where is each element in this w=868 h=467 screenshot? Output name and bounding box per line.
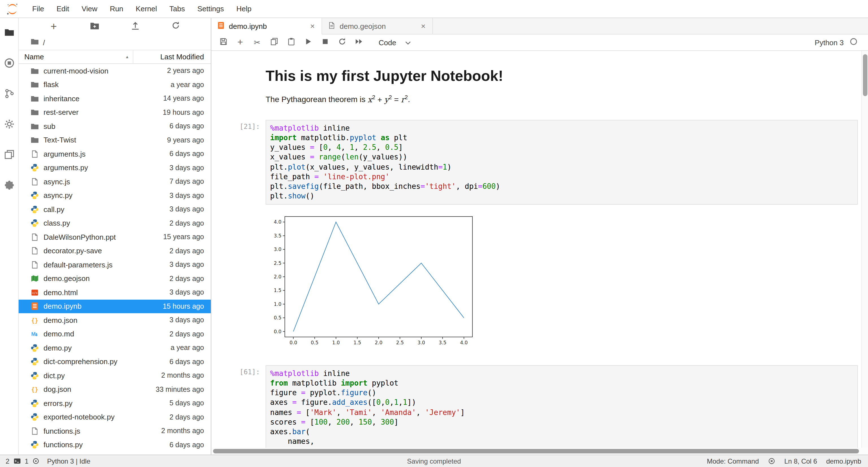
notebook-icon [31, 302, 39, 311]
file-row[interactable]: functions.js2 months ago [19, 424, 211, 438]
fast-forward-icon [354, 37, 363, 48]
menu-kernel[interactable]: Kernel [129, 0, 163, 18]
cell-editor[interactable]: %matplotlib inlinefrom matplotlib import… [266, 365, 858, 455]
vertical-scrollbar-thumb[interactable] [863, 54, 867, 96]
run-icon [304, 37, 312, 48]
svg-text:4.0: 4.0 [274, 219, 281, 225]
file-name: rest-server [43, 108, 163, 117]
file-row[interactable]: Text-Twist9 years ago [19, 133, 211, 147]
file-row[interactable]: rest-server19 hours ago [19, 106, 211, 119]
menu-edit[interactable]: Edit [50, 0, 75, 18]
file-row[interactable]: call.py3 days ago [19, 202, 211, 216]
notebook-icon [217, 21, 225, 31]
file-row[interactable]: decorator.py-save2 days ago [19, 244, 211, 258]
plus-icon: + [51, 20, 57, 33]
restart-run-all-button[interactable] [350, 35, 367, 50]
menu-bar: File Edit View Run Kernel Tabs Settings … [0, 0, 868, 18]
file-row[interactable]: functions.py6 days ago [19, 438, 211, 452]
file-icon [31, 150, 39, 158]
new-launcher-button[interactable]: + [46, 19, 62, 34]
file-row[interactable]: flaska year ago [19, 78, 211, 92]
file-row[interactable]: {}demo.json3 days ago [19, 313, 211, 327]
file-row[interactable]: Mdemo.md2 days ago [19, 327, 211, 341]
kernel-name-label[interactable]: Python 3 [815, 38, 844, 47]
menu-file[interactable]: File [26, 0, 50, 18]
sidebar-tab-file-browser[interactable] [0, 18, 19, 49]
folder-icon [4, 27, 14, 40]
file-row[interactable]: async.js7 days ago [19, 175, 211, 188]
file-row[interactable]: default-parameters.js3 days ago [19, 258, 211, 272]
horizontal-scrollbar[interactable] [211, 448, 868, 455]
file-row[interactable]: class.py2 days ago [19, 216, 211, 230]
interrupt-kernel-button[interactable] [316, 35, 333, 50]
tab-demo-ipynb[interactable]: demo.ipynb × [211, 18, 322, 34]
file-row[interactable]: arguments.py3 days ago [19, 161, 211, 175]
svg-text:0.0: 0.0 [290, 340, 297, 345]
cut-cell-button[interactable]: ✂ [249, 35, 266, 50]
menu-run[interactable]: Run [104, 0, 130, 18]
line-plot-output: 0.00.51.01.52.02.53.03.54.00.00.51.01.52… [266, 213, 476, 352]
left-sidebar-strip [0, 18, 19, 455]
paste-cell-button[interactable] [283, 35, 300, 50]
file-row[interactable]: </>demo.html3 days ago [19, 286, 211, 299]
file-row[interactable]: {}dog.json33 minutes ago [19, 382, 211, 396]
file-icon [31, 177, 39, 186]
upload-icon [130, 21, 140, 32]
svg-text:3.5: 3.5 [439, 340, 446, 345]
cell-type-dropdown[interactable]: Code [375, 37, 414, 48]
file-row[interactable]: DaleWilsonPython.ppt15 years ago [19, 230, 211, 244]
file-row[interactable]: inheritance14 years ago [19, 92, 211, 106]
file-row[interactable]: arguments.js6 days ago [19, 147, 211, 161]
file-row[interactable]: demo.pya year ago [19, 341, 211, 355]
document-tab-bar: demo.ipynb × demo.geojson × [211, 18, 868, 34]
refresh-button[interactable] [168, 19, 184, 34]
svg-text:4.0: 4.0 [460, 340, 468, 345]
menu-help[interactable]: Help [230, 0, 258, 18]
folder-icon [31, 136, 39, 145]
insert-cell-button[interactable]: + [232, 35, 249, 50]
restart-kernel-button[interactable] [333, 35, 350, 50]
file-row[interactable]: demo.geojson2 days ago [19, 272, 211, 286]
file-row[interactable]: dict.py2 months ago [19, 369, 211, 382]
svg-text:M: M [31, 331, 36, 337]
file-row[interactable]: dict-comprehension.py6 days ago [19, 355, 211, 369]
close-tab-icon[interactable]: × [420, 22, 427, 31]
kernel-status-icon [849, 37, 858, 48]
sidebar-tab-extensions[interactable] [0, 171, 19, 201]
file-modified: 9 years ago [167, 136, 211, 144]
menu-settings[interactable]: Settings [191, 0, 230, 18]
scissors-icon: ✂ [254, 38, 260, 47]
menu-tabs[interactable]: Tabs [163, 0, 191, 18]
python-icon [31, 344, 39, 352]
markdown-cell[interactable]: This is my first Jupyter Notebook! The P… [216, 59, 868, 120]
tab-demo-geojson[interactable]: demo.geojson × [322, 18, 433, 34]
menu-view[interactable]: View [75, 0, 104, 18]
sidebar-tab-git[interactable] [0, 79, 19, 110]
file-row[interactable]: async.py3 days ago [19, 188, 211, 202]
save-button[interactable] [215, 35, 232, 50]
status-bar: Saving completed 2 1 Python 3 | Idle Mod… [0, 455, 868, 467]
sidebar-tab-open-tabs[interactable] [0, 140, 19, 171]
svg-text:0.0: 0.0 [274, 328, 281, 334]
cell-editor[interactable]: %matplotlib inlineimport matplotlib.pypl… [266, 120, 858, 204]
column-name[interactable]: Name ▴ [19, 50, 133, 63]
copy-cell-button[interactable] [266, 35, 283, 50]
file-row[interactable]: exported-notebook.py2 days ago [19, 410, 211, 424]
run-cell-button[interactable] [300, 35, 316, 50]
breadcrumb[interactable]: / [19, 35, 211, 50]
file-row[interactable]: game-scores.png2 days ago [19, 452, 211, 455]
sidebar-tab-running-sessions[interactable] [0, 49, 19, 79]
file-row[interactable]: demo.ipynb15 hours ago [19, 299, 211, 313]
new-folder-button[interactable] [87, 19, 102, 34]
horizontal-scrollbar-thumb[interactable] [213, 449, 859, 454]
sidebar-tab-property-inspector[interactable] [0, 110, 19, 140]
close-tab-icon[interactable]: × [309, 22, 316, 31]
vertical-scrollbar[interactable] [861, 51, 868, 448]
file-name: demo.py [43, 344, 170, 352]
upload-button[interactable] [127, 19, 143, 34]
file-row[interactable]: current-mood-vision2 years ago [19, 64, 211, 78]
column-last-modified[interactable]: Last Modified [133, 50, 211, 63]
file-name: functions.js [43, 427, 161, 435]
file-row[interactable]: errors.py5 days ago [19, 396, 211, 410]
file-row[interactable]: sub6 days ago [19, 119, 211, 133]
